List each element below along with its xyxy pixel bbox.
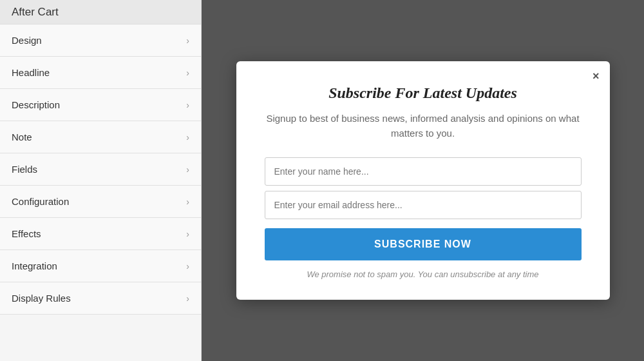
email-input[interactable] (265, 191, 582, 219)
sidebar-item-design[interactable]: Design › (0, 24, 201, 57)
chevron-right-icon: › (186, 197, 189, 207)
sidebar-item-description[interactable]: Description › (0, 89, 201, 121)
sidebar-item-label-note: Note (12, 132, 32, 142)
chevron-right-icon: › (186, 164, 189, 175)
subscribe-button[interactable]: SUBSCRIBE NOW (265, 228, 582, 260)
sidebar-item-label-configuration: Configuration (12, 196, 69, 207)
sidebar-item-display-rules[interactable]: Display Rules › (0, 282, 201, 315)
sidebar-item-configuration[interactable]: Configuration › (0, 186, 201, 218)
modal-title: Subscribe For Latest Updates (265, 84, 582, 102)
subscribe-modal: × Subscribe For Latest Updates Signup to… (236, 61, 610, 300)
modal-footer: We promise not to spam you. You can unsu… (265, 269, 582, 279)
sidebar-title: After Cart (12, 6, 59, 19)
sidebar-item-effects[interactable]: Effects › (0, 218, 201, 250)
sidebar-item-note[interactable]: Note › (0, 121, 201, 153)
sidebar-item-headline[interactable]: Headline › (0, 57, 201, 89)
sidebar-item-fields[interactable]: Fields › (0, 153, 201, 186)
modal-description: Signup to best of business news, informe… (265, 111, 582, 141)
chevron-right-icon: › (186, 35, 189, 46)
sidebar-item-label-headline: Headline (12, 67, 50, 78)
close-button[interactable]: × (592, 70, 600, 82)
chevron-right-icon: › (186, 229, 189, 239)
chevron-right-icon: › (186, 293, 189, 304)
sidebar-item-label-display-rules: Display Rules (12, 293, 71, 304)
chevron-right-icon: › (186, 68, 189, 78)
sidebar-item-integration[interactable]: Integration › (0, 250, 201, 282)
sidebar-header: After Cart (0, 0, 201, 24)
chevron-right-icon: › (186, 132, 189, 142)
sidebar-item-label-design: Design (12, 35, 42, 46)
name-input[interactable] (265, 157, 582, 186)
sidebar-item-label-description: Description (12, 99, 60, 110)
main-area: × Subscribe For Latest Updates Signup to… (202, 0, 644, 361)
sidebar: After Cart Design › Headline › Descripti… (0, 0, 202, 361)
chevron-right-icon: › (186, 261, 189, 271)
chevron-right-icon: › (186, 100, 189, 110)
sidebar-item-label-effects: Effects (12, 228, 41, 239)
sidebar-item-label-fields: Fields (12, 164, 37, 175)
sidebar-item-label-integration: Integration (12, 260, 57, 271)
